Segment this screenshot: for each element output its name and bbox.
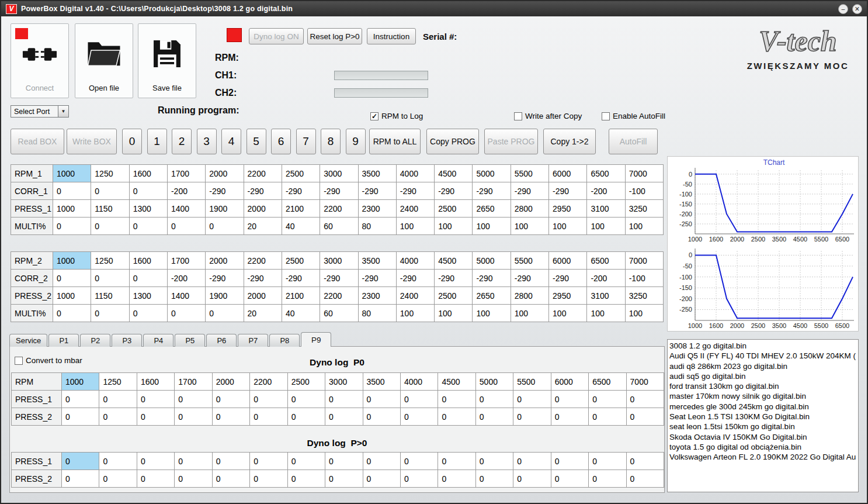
value-cell[interactable]: 3100	[587, 200, 625, 218]
value-cell[interactable]: 0	[513, 391, 551, 408]
value-cell[interactable]: 2500	[282, 165, 320, 182]
value-cell[interactable]: 80	[358, 218, 396, 235]
value-cell[interactable]: -100	[625, 270, 663, 287]
value-cell[interactable]: 6000	[551, 373, 588, 391]
value-cell[interactable]: 2400	[396, 200, 434, 218]
value-cell[interactable]: 0	[53, 182, 91, 200]
value-cell[interactable]: 1000	[53, 165, 91, 182]
program-button-1[interactable]: 1	[147, 129, 167, 154]
value-cell[interactable]: 0	[626, 453, 664, 470]
value-cell[interactable]: 7000	[625, 165, 663, 182]
value-cell[interactable]: 0	[206, 218, 244, 235]
value-cell[interactable]: 0	[250, 453, 287, 470]
value-cell[interactable]: 2500	[435, 287, 473, 305]
value-cell[interactable]: 3000	[320, 252, 358, 270]
value-cell[interactable]: 1400	[167, 200, 205, 218]
value-cell[interactable]: 0	[325, 470, 363, 488]
value-cell[interactable]: -290	[282, 182, 320, 200]
value-cell[interactable]: 0	[206, 305, 244, 322]
value-cell[interactable]: -290	[511, 182, 548, 200]
program-button-4[interactable]: 4	[221, 129, 241, 154]
value-cell[interactable]: 2500	[282, 252, 320, 270]
value-cell[interactable]: 0	[91, 218, 129, 235]
value-cell[interactable]: -290	[396, 182, 434, 200]
value-cell[interactable]: -290	[206, 182, 244, 200]
value-cell[interactable]: 0	[91, 182, 129, 200]
value-cell[interactable]: -290	[320, 182, 358, 200]
write-box-button[interactable]: Write BOX	[67, 129, 117, 154]
value-cell[interactable]: 5500	[511, 165, 548, 182]
tab-p9[interactable]: P9	[301, 332, 331, 347]
value-cell[interactable]: 5000	[473, 165, 511, 182]
value-cell[interactable]: -290	[206, 270, 244, 287]
value-cell[interactable]: 1000	[53, 200, 91, 218]
value-cell[interactable]: 0	[129, 182, 167, 200]
file-list-item[interactable]: 3008 1.2 go digital.bin	[669, 341, 856, 351]
value-cell[interactable]: 0	[363, 470, 400, 488]
program-button-8[interactable]: 8	[321, 129, 341, 154]
value-cell[interactable]: 0	[551, 391, 588, 408]
value-cell[interactable]: 20	[244, 218, 282, 235]
autofill-button[interactable]: AutoFill	[609, 129, 658, 154]
program-button-6[interactable]: 6	[271, 129, 291, 154]
tab-p2[interactable]: P2	[80, 334, 110, 347]
value-cell[interactable]: -290	[282, 270, 320, 287]
value-cell[interactable]: -290	[473, 270, 511, 287]
value-cell[interactable]: 2650	[473, 200, 511, 218]
value-cell[interactable]: 2000	[244, 200, 282, 218]
value-cell[interactable]: 0	[212, 391, 249, 408]
value-cell[interactable]: 100	[511, 218, 548, 235]
tab-p7[interactable]: P7	[238, 334, 268, 347]
value-cell[interactable]: 0	[175, 453, 212, 470]
program-button-5[interactable]: 5	[246, 129, 266, 154]
value-cell[interactable]: 4500	[435, 252, 473, 270]
value-cell[interactable]: -290	[549, 182, 587, 200]
tab-p6[interactable]: P6	[206, 334, 237, 347]
value-cell[interactable]: 5500	[511, 252, 548, 270]
value-cell[interactable]: 1700	[175, 373, 212, 391]
value-cell[interactable]: 0	[287, 391, 325, 408]
value-cell[interactable]: 7000	[625, 252, 663, 270]
value-cell[interactable]: 0	[62, 453, 99, 470]
value-cell[interactable]: 60	[320, 305, 358, 322]
value-cell[interactable]: 2000	[244, 287, 282, 305]
program-button-9[interactable]: 9	[346, 129, 366, 154]
value-cell[interactable]: 0	[400, 470, 438, 488]
open-file-button[interactable]: Open file	[75, 23, 133, 98]
value-cell[interactable]: 1600	[129, 165, 167, 182]
value-cell[interactable]: 100	[587, 305, 625, 322]
program-button-3[interactable]: 3	[197, 129, 217, 154]
value-cell[interactable]: 100	[396, 218, 434, 235]
value-cell[interactable]: 0	[287, 453, 325, 470]
value-cell[interactable]: 0	[438, 408, 475, 426]
value-cell[interactable]: 1000	[62, 373, 99, 391]
value-cell[interactable]: 6500	[589, 373, 626, 391]
select-port-dropdown[interactable]: Select Port ▼	[11, 105, 69, 118]
value-cell[interactable]: 100	[435, 305, 473, 322]
value-cell[interactable]: 0	[129, 305, 167, 322]
value-cell[interactable]: 0	[400, 453, 438, 470]
value-cell[interactable]: -200	[167, 182, 205, 200]
value-cell[interactable]: 100	[625, 305, 663, 322]
value-cell[interactable]: -290	[435, 270, 473, 287]
value-cell[interactable]: 100	[587, 218, 625, 235]
rpm-to-log-checkbox[interactable]: RPM to Log	[370, 112, 423, 120]
value-cell[interactable]: 0	[400, 408, 438, 426]
value-cell[interactable]: 0	[53, 305, 91, 322]
program-button-0[interactable]: 0	[122, 129, 142, 154]
value-cell[interactable]: 1250	[99, 373, 137, 391]
value-cell[interactable]: 2400	[396, 287, 434, 305]
tab-p4[interactable]: P4	[143, 334, 173, 347]
tab-p1[interactable]: P1	[48, 334, 79, 347]
tab-service[interactable]: Service	[9, 334, 47, 347]
value-cell[interactable]: 100	[396, 305, 434, 322]
value-cell[interactable]: 2800	[511, 287, 548, 305]
value-cell[interactable]: 0	[589, 453, 626, 470]
value-cell[interactable]: -290	[549, 270, 587, 287]
value-cell[interactable]: 0	[53, 218, 91, 235]
value-cell[interactable]: 100	[473, 218, 511, 235]
value-cell[interactable]: 4000	[400, 373, 438, 391]
value-cell[interactable]: 100	[549, 218, 587, 235]
value-cell[interactable]: 0	[363, 453, 400, 470]
value-cell[interactable]: 3250	[625, 287, 663, 305]
